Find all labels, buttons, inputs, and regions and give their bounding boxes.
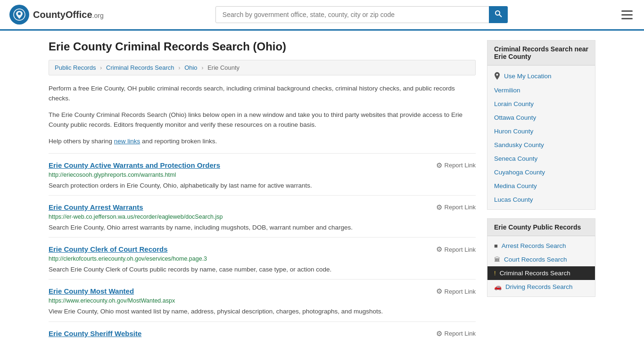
sidebar-link-label: Arrest Records Search bbox=[502, 242, 566, 249]
sidebar-item-ottawa[interactable]: Ottawa County bbox=[487, 111, 595, 124]
use-my-location[interactable]: Use My Location bbox=[487, 68, 595, 83]
menu-button[interactable] bbox=[619, 8, 635, 21]
result-description: Search Erie County Clerk of Courts publi… bbox=[49, 265, 476, 274]
svg-point-4 bbox=[496, 74, 498, 76]
result-item: Erie County Arrest Warrants ⚙ Report Lin… bbox=[49, 195, 476, 237]
sidebar: Criminal Records Search near Erie County… bbox=[487, 40, 595, 343]
breadcrumb-erie-county: Erie County bbox=[207, 64, 239, 71]
result-title-link[interactable]: Erie County Clerk of Court Records bbox=[49, 245, 168, 253]
new-links-link[interactable]: new links bbox=[114, 138, 140, 145]
page-title: Erie County Criminal Records Search (Ohi… bbox=[49, 40, 476, 53]
description-1: Perform a free Erie County, OH public cr… bbox=[49, 84, 476, 104]
arrest-records-icon: ■ bbox=[494, 242, 498, 249]
sidebar-item-lucas[interactable]: Lucas County bbox=[487, 193, 595, 206]
result-description: View Erie County, Ohio most wanted list … bbox=[49, 307, 476, 316]
sidebar-item-driving-records[interactable]: 🚗 Driving Records Search bbox=[487, 280, 595, 294]
report-link-button[interactable]: ⚙ Report Link bbox=[436, 161, 476, 170]
results-list: Erie County Active Warrants and Protecti… bbox=[49, 153, 476, 343]
sidebar-link-label: Huron County bbox=[494, 128, 533, 135]
sidebar-item-cuyahoga[interactable]: Cuyahoga County bbox=[487, 165, 595, 179]
result-description: Search Erie County, Ohio arrest warrants… bbox=[49, 223, 476, 232]
sidebar-link-label: Lucas County bbox=[494, 196, 533, 203]
search-button[interactable] bbox=[489, 6, 508, 23]
report-icon: ⚙ bbox=[436, 329, 442, 338]
sidebar-link-label: Court Records Search bbox=[504, 256, 567, 263]
report-link-button[interactable]: ⚙ Report Link bbox=[436, 287, 476, 296]
result-url: https://www.eriecounty.oh.gov/MostWanted… bbox=[49, 297, 476, 304]
search-area bbox=[215, 6, 508, 23]
sidebar-item-huron[interactable]: Huron County bbox=[487, 124, 595, 138]
result-description: Search protection orders in Erie County,… bbox=[49, 181, 476, 190]
sidebar-item-criminal-records[interactable]: ! Criminal Records Search bbox=[487, 266, 595, 280]
result-url: http://eriecosooh.glyphreports.com/warra… bbox=[49, 172, 476, 178]
result-url: http://clerkofcourts.eriecounty.oh.gov/e… bbox=[49, 255, 476, 262]
svg-point-2 bbox=[495, 11, 500, 15]
result-title-link[interactable]: Erie County Most Wanted bbox=[49, 287, 134, 295]
sidebar-link-label: Lorain County bbox=[494, 100, 534, 107]
sidebar-item-court-records[interactable]: 🏛 Court Records Search bbox=[487, 253, 595, 266]
report-icon: ⚙ bbox=[436, 203, 442, 212]
breadcrumb-ohio[interactable]: Ohio bbox=[184, 64, 197, 71]
sidebar-public-records-section: Erie County Public Records ■ Arrest Reco… bbox=[487, 218, 595, 297]
court-records-icon: 🏛 bbox=[494, 256, 500, 263]
result-item: Erie County Clerk of Court Records ⚙ Rep… bbox=[49, 237, 476, 279]
sidebar-link-label: Vermilion bbox=[494, 87, 520, 94]
breadcrumb: Public Records › Criminal Records Search… bbox=[49, 60, 476, 75]
breadcrumb-public-records[interactable]: Public Records bbox=[55, 64, 96, 71]
sidebar-link-label: Ottawa County bbox=[494, 114, 536, 121]
sidebar-nearby-links: Use My Location Vermilion Lorain County … bbox=[487, 66, 595, 209]
sidebar-link-label: Seneca County bbox=[494, 155, 537, 162]
sidebar-item-medina[interactable]: Medina County bbox=[487, 179, 595, 193]
page-header: CountyOffice.org bbox=[0, 0, 644, 31]
svg-point-1 bbox=[18, 12, 21, 15]
svg-line-3 bbox=[499, 15, 502, 17]
logo-text: CountyOffice.org bbox=[33, 9, 104, 20]
sidebar-link-label: Sandusky County bbox=[494, 141, 544, 148]
sidebar-link-label: Cuyahoga County bbox=[494, 169, 545, 176]
report-icon: ⚙ bbox=[436, 287, 442, 296]
sidebar-item-sandusky[interactable]: Sandusky County bbox=[487, 138, 595, 152]
sidebar-item-lorain[interactable]: Lorain County bbox=[487, 97, 595, 111]
result-title-link[interactable]: Erie County Arrest Warrants bbox=[49, 203, 143, 211]
sidebar-public-records-title: Erie County Public Records bbox=[487, 219, 595, 236]
report-link-button[interactable]: ⚙ Report Link bbox=[436, 329, 476, 338]
result-title-link[interactable]: Erie County Sheriff Website bbox=[49, 329, 141, 337]
logo-name-text: CountyOffice bbox=[33, 9, 92, 20]
result-url: https://er-web.co.jefferson.wa.us/record… bbox=[49, 214, 476, 220]
search-input[interactable] bbox=[215, 6, 508, 23]
driving-records-icon: 🚗 bbox=[494, 283, 502, 290]
description-3: Help others by sharing new links and rep… bbox=[49, 137, 476, 147]
sidebar-link-label: Criminal Records Search bbox=[500, 270, 570, 277]
result-item: Erie County Most Wanted ⚙ Report Link ht… bbox=[49, 279, 476, 321]
main-column: Erie County Criminal Records Search (Ohi… bbox=[49, 40, 476, 343]
description-2: The Erie County Criminal Records Search … bbox=[49, 110, 476, 130]
sidebar-link-label: Medina County bbox=[494, 182, 537, 189]
report-link-button[interactable]: ⚙ Report Link bbox=[436, 203, 476, 212]
criminal-records-icon: ! bbox=[494, 270, 496, 277]
logo-org-text: .org bbox=[92, 12, 104, 19]
result-item: Erie County Active Warrants and Protecti… bbox=[49, 153, 476, 195]
result-item: Erie County Sheriff Website ⚙ Report Lin… bbox=[49, 321, 476, 343]
sidebar-item-seneca[interactable]: Seneca County bbox=[487, 152, 595, 165]
sidebar-item-vermilion[interactable]: Vermilion bbox=[487, 83, 595, 97]
breadcrumb-criminal-records[interactable]: Criminal Records Search bbox=[106, 64, 174, 71]
logo-area: CountyOffice.org bbox=[9, 5, 104, 25]
page-content: Erie County Criminal Records Search (Ohi… bbox=[39, 31, 605, 352]
report-icon: ⚙ bbox=[436, 245, 442, 254]
sidebar-public-records-links: ■ Arrest Records Search 🏛 Court Records … bbox=[487, 236, 595, 296]
sidebar-nearby-title: Criminal Records Search near Erie County bbox=[487, 41, 595, 66]
sidebar-item-arrest-records[interactable]: ■ Arrest Records Search bbox=[487, 239, 595, 253]
sidebar-nearby-section: Criminal Records Search near Erie County… bbox=[487, 40, 595, 210]
logo-icon bbox=[9, 5, 29, 25]
report-link-button[interactable]: ⚙ Report Link bbox=[436, 245, 476, 254]
report-icon: ⚙ bbox=[436, 161, 442, 170]
sidebar-link-label: Driving Records Search bbox=[505, 283, 573, 290]
result-title-link[interactable]: Erie County Active Warrants and Protecti… bbox=[49, 161, 220, 169]
